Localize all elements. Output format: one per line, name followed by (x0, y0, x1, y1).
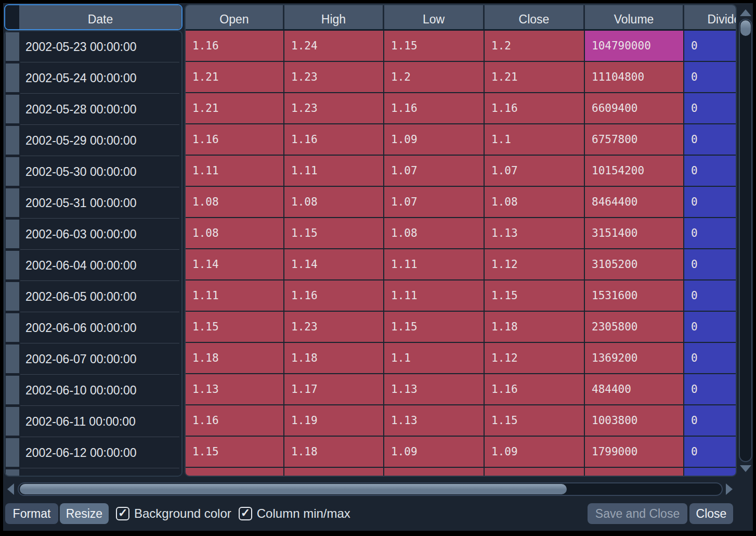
cell-dividends[interactable]: 0 (684, 124, 737, 156)
cell-low[interactable]: 1.09 (384, 124, 485, 156)
cell-high[interactable]: 1.18 (284, 437, 384, 468)
cell-high[interactable]: 1.16 (284, 124, 384, 156)
date-cell[interactable]: 2002-06-04 00:00:00 (20, 250, 181, 281)
cell-low[interactable]: 1.11 (384, 280, 485, 312)
cell-volume[interactable]: 1799000 (585, 437, 684, 468)
cell-low[interactable]: 1.07 (384, 156, 485, 187)
row-handle[interactable] (6, 313, 19, 342)
date-cell[interactable]: 2002-06-10 00:00:00 (20, 375, 181, 406)
cell-dividends[interactable]: 0 (684, 405, 737, 437)
row-handle[interactable] (6, 407, 19, 436)
row-handle[interactable] (6, 282, 19, 311)
cell-low[interactable]: 1.15 (384, 31, 485, 62)
resize-button[interactable]: Resize (60, 503, 109, 524)
cell-high[interactable]: 1.11 (284, 156, 384, 187)
vertical-scrollbar-thumb[interactable] (740, 20, 751, 36)
save-and-close-button[interactable]: Save and Close (588, 503, 687, 524)
date-cell[interactable]: 2002-05-30 00:00:00 (20, 156, 181, 187)
cell-dividends[interactable]: 0 (684, 31, 737, 62)
row-handle[interactable] (6, 32, 19, 61)
cell-low[interactable]: 1.11 (384, 249, 485, 280)
cell-open[interactable]: 1.21 (186, 62, 284, 93)
cell-open[interactable]: 1.11 (186, 280, 284, 312)
format-button[interactable]: Format (5, 503, 58, 524)
cell-volume[interactable]: 6757800 (585, 124, 684, 156)
cell-close[interactable]: 1.12 (485, 343, 585, 374)
cell-dividends[interactable]: 0 (684, 93, 737, 124)
cell-dividends[interactable]: 0 (684, 62, 737, 93)
column-header-date[interactable]: Date (19, 5, 181, 29)
cell-low[interactable]: 1.09 (384, 437, 485, 468)
cell-open[interactable]: 1.08 (186, 218, 284, 249)
row-handle[interactable] (6, 220, 19, 248)
cell-dividends[interactable]: 0 (684, 280, 737, 312)
cell-high[interactable]: 1.23 (284, 312, 384, 343)
cell-open[interactable]: 1.21 (186, 93, 284, 124)
row-handle[interactable] (6, 251, 19, 279)
cell-close[interactable]: 1.16 (485, 374, 585, 405)
cell-dividends[interactable]: 0 (684, 312, 737, 343)
table-corner-cell[interactable] (5, 5, 19, 29)
column-header-close[interactable]: Close (485, 5, 585, 29)
cell-close[interactable]: 1.12 (485, 249, 585, 280)
row-handle[interactable] (6, 126, 19, 155)
cell-close[interactable]: 1.09 (485, 437, 585, 468)
cell-open[interactable] (186, 468, 284, 477)
cell-low[interactable]: 1.15 (384, 312, 485, 343)
cell-volume[interactable]: 10154200 (585, 156, 684, 187)
cell-high[interactable]: 1.23 (284, 93, 384, 124)
cell-high[interactable]: 1.23 (284, 62, 384, 93)
cell-low[interactable]: 1.1 (384, 343, 485, 374)
column-header-volume[interactable]: Volume (585, 5, 684, 29)
cell-open[interactable]: 1.16 (186, 405, 284, 437)
cell-low[interactable]: 1.13 (384, 405, 485, 437)
date-cell[interactable]: 2002-05-28 00:00:00 (20, 94, 181, 125)
cell-open[interactable]: 1.11 (186, 156, 284, 187)
row-handle[interactable] (6, 344, 19, 373)
cell-low[interactable]: 1.08 (384, 218, 485, 249)
vertical-scrollbar-track[interactable] (739, 19, 752, 462)
column-header-dividends[interactable]: Dividends (684, 5, 737, 29)
cell-open[interactable]: 1.16 (186, 124, 284, 156)
cell-low[interactable]: 1.16 (384, 93, 485, 124)
cell-volume[interactable]: 3151400 (585, 218, 684, 249)
date-cell[interactable] (20, 468, 181, 477)
cell-open[interactable]: 1.15 (186, 312, 284, 343)
cell-volume[interactable]: 484400 (585, 374, 684, 405)
cell-volume[interactable]: 11104800 (585, 62, 684, 93)
cell-close[interactable]: 1.1 (485, 124, 585, 156)
cell-high[interactable]: 1.08 (284, 187, 384, 218)
cell-volume[interactable]: 6609400 (585, 93, 684, 124)
row-handle[interactable] (6, 438, 19, 467)
horizontal-scrollbar-thumb[interactable] (20, 484, 567, 494)
cell-dividends[interactable] (684, 468, 737, 477)
cell-close[interactable]: 1.21 (485, 62, 585, 93)
date-cell[interactable]: 2002-06-06 00:00:00 (20, 312, 181, 343)
cell-close[interactable]: 1.15 (485, 280, 585, 312)
cell-close[interactable] (485, 468, 585, 477)
cell-close[interactable]: 1.2 (485, 31, 585, 62)
row-handle[interactable] (6, 376, 19, 404)
cell-close[interactable]: 1.18 (485, 312, 585, 343)
row-handle[interactable] (6, 469, 19, 477)
cell-close[interactable]: 1.13 (485, 218, 585, 249)
date-cell[interactable]: 2002-05-24 00:00:00 (20, 62, 181, 94)
column-minmax-checkbox[interactable] (239, 507, 252, 520)
background-color-checkbox[interactable] (116, 507, 129, 520)
cell-open[interactable]: 1.16 (186, 31, 284, 62)
date-cell[interactable]: 2002-05-23 00:00:00 (20, 31, 181, 62)
row-handle[interactable] (6, 188, 19, 217)
date-cell[interactable]: 2002-06-12 00:00:00 (20, 437, 181, 468)
cell-close[interactable]: 1.08 (485, 187, 585, 218)
date-cell[interactable]: 2002-05-31 00:00:00 (20, 187, 181, 219)
column-header-open[interactable]: Open (186, 5, 284, 29)
cell-dividends[interactable]: 0 (684, 218, 737, 249)
cell-open[interactable]: 1.18 (186, 343, 284, 374)
cell-high[interactable] (284, 468, 384, 477)
cell-dividends[interactable]: 0 (684, 249, 737, 280)
cell-volume[interactable]: 104790000 (585, 31, 684, 62)
cell-dividends[interactable]: 0 (684, 374, 737, 405)
cell-dividends[interactable]: 0 (684, 437, 737, 468)
close-button[interactable]: Close (689, 503, 733, 524)
cell-volume[interactable]: 1369200 (585, 343, 684, 374)
